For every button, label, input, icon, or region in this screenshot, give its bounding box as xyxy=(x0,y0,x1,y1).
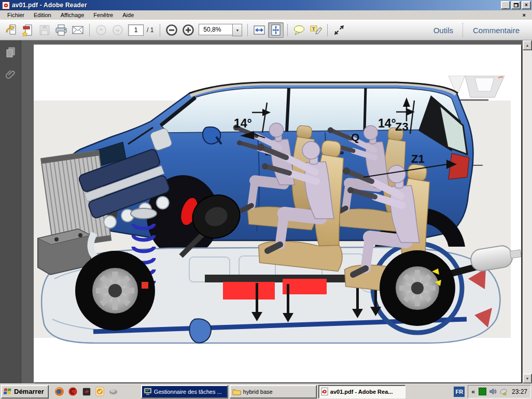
taskbar: Démarrer Gestionnaire des tâches ... hyb… xyxy=(0,383,532,399)
toolbar-separator xyxy=(160,24,160,36)
restore-button[interactable] xyxy=(511,1,521,9)
taskbar-button-av01-pdf[interactable]: av01.pdf - Adobe Rea... xyxy=(318,385,405,398)
rear-wheel xyxy=(380,250,455,326)
zoom-out-icon xyxy=(165,24,178,36)
vertical-scrollbar[interactable]: ▲ ▼ xyxy=(523,40,532,383)
close-button[interactable]: × xyxy=(522,1,531,9)
open-file-icon xyxy=(5,24,18,36)
red-marker-front xyxy=(223,282,275,300)
save-icon xyxy=(38,24,51,36)
create-pdf-button[interactable] xyxy=(20,22,36,38)
document-close-icon[interactable]: × xyxy=(520,12,529,18)
zoom-dropdown-button[interactable]: ▼ xyxy=(232,24,242,36)
minimize-icon: _ xyxy=(504,4,507,9)
system-tray: « 23:27 xyxy=(468,385,531,398)
start-button[interactable]: Démarrer xyxy=(1,385,49,398)
document-view[interactable]: 14° 14° Q Z3 Z1 xyxy=(21,40,523,383)
speaker-icon[interactable] xyxy=(489,388,497,396)
dark-app-icon[interactable] xyxy=(81,387,92,397)
zoom-in-button[interactable] xyxy=(180,22,196,38)
taskbar-button-label: hybrid base xyxy=(243,389,273,395)
menu-fichier[interactable]: Fichier xyxy=(3,11,29,19)
main-area: 14° 14° Q Z3 Z1 xyxy=(0,40,532,383)
toolbar-separator xyxy=(247,24,248,36)
minimize-button[interactable]: _ xyxy=(501,1,510,9)
titlebar: av01.pdf - Adobe Reader _ × xyxy=(0,0,532,10)
pointer-device-icon[interactable] xyxy=(499,388,508,396)
zoom-out-button[interactable] xyxy=(164,22,179,38)
adobe-reader-window: av01.pdf - Adobe Reader _ × Fichier Edit… xyxy=(0,0,532,399)
fit-width-icon xyxy=(253,24,265,36)
toolbar-separator xyxy=(89,24,90,36)
taskbar-button-label: av01.pdf - Adobe Rea... xyxy=(330,389,393,395)
network-grid-icon[interactable] xyxy=(479,388,487,396)
restore-icon xyxy=(514,3,519,7)
z1-label: Z1 xyxy=(411,152,425,165)
comment-button[interactable] xyxy=(291,22,307,38)
zoom-value-field[interactable]: 50,8% xyxy=(199,24,232,35)
pdf-file-icon xyxy=(321,388,328,395)
menubar: Fichier Edition Affichage Fenêtre Aide × xyxy=(0,10,532,20)
language-indicator[interactable]: FR xyxy=(454,387,465,397)
page-up-icon xyxy=(95,24,107,36)
taskbar-button-label: Gestionnaire des tâches ... xyxy=(154,389,222,395)
fullscreen-button[interactable] xyxy=(331,22,347,38)
tools-panel-button[interactable]: Outils xyxy=(424,26,463,35)
taskbar-clock: 23:27 xyxy=(512,388,527,395)
toolbar: 1 / 1 50,8% ▼ T Outils xyxy=(0,20,532,40)
gray-app-icon[interactable] xyxy=(108,387,119,397)
comment-panel-button[interactable]: Commentaire xyxy=(464,26,529,35)
zoom-combo[interactable]: 50,8% ▼ xyxy=(199,24,242,36)
tray-chevron-icon[interactable]: « xyxy=(471,388,475,395)
svg-text:T: T xyxy=(312,26,315,32)
scroll-down-button[interactable]: ▼ xyxy=(523,374,532,383)
firefox-icon[interactable] xyxy=(54,387,65,397)
menu-fenetre[interactable]: Fenêtre xyxy=(89,11,117,19)
taskbar-button-hybrid-base[interactable]: hybrid base xyxy=(230,385,317,398)
angle-label-front: 14° xyxy=(234,117,252,130)
page-number-input[interactable]: 1 xyxy=(128,24,144,36)
toolbar-separator xyxy=(287,24,288,36)
shield-check-icon[interactable] xyxy=(95,387,105,397)
page-thumbnails-button[interactable] xyxy=(4,46,17,59)
fit-page-button[interactable] xyxy=(268,22,284,38)
fit-page-icon xyxy=(270,24,282,36)
toolbar-separator xyxy=(327,24,328,36)
zoom-in-icon xyxy=(182,24,194,36)
windows-logo-icon xyxy=(4,388,12,395)
previous-page-button xyxy=(93,22,109,38)
menu-aide[interactable]: Aide xyxy=(118,11,138,19)
z3-label: Z3 xyxy=(395,120,409,133)
q-point-label: Q xyxy=(351,131,359,143)
save-button xyxy=(37,22,52,38)
pdf-page: 14° 14° Q Z3 Z1 xyxy=(34,45,521,382)
highlight-button[interactable]: T xyxy=(308,22,324,38)
front-wheel xyxy=(75,251,155,331)
red-app-icon[interactable] xyxy=(68,387,78,397)
task-manager-icon xyxy=(144,388,152,395)
paperclip-icon xyxy=(5,68,16,80)
menu-edition[interactable]: Edition xyxy=(30,11,55,19)
adobe-reader-app-icon xyxy=(2,2,10,9)
open-file-button[interactable] xyxy=(4,22,19,38)
print-button[interactable] xyxy=(53,22,69,38)
angle-label-rear: 14° xyxy=(378,117,396,130)
folder-icon xyxy=(232,388,241,395)
print-icon xyxy=(55,24,67,36)
navigation-pane xyxy=(0,40,21,383)
close-icon: × xyxy=(525,3,528,8)
fullscreen-icon xyxy=(333,24,345,36)
attachments-button[interactable] xyxy=(4,67,17,81)
scroll-up-button[interactable]: ▲ xyxy=(523,40,532,50)
comment-bubble-icon xyxy=(293,24,305,36)
email-button[interactable] xyxy=(70,22,86,38)
toolbar-right: Outils Commentaire xyxy=(424,20,529,40)
pages-icon xyxy=(4,46,17,59)
next-page-button xyxy=(110,22,125,38)
email-icon xyxy=(72,24,84,36)
car-cutaway-illustration: 14° 14° Q Z3 Z1 xyxy=(34,76,521,358)
menu-affichage[interactable]: Affichage xyxy=(57,11,89,19)
taskbar-button-task-manager[interactable]: Gestionnaire des tâches ... xyxy=(141,385,228,398)
fit-width-button[interactable] xyxy=(251,22,267,38)
scroll-up-icon: ▲ xyxy=(526,44,529,47)
